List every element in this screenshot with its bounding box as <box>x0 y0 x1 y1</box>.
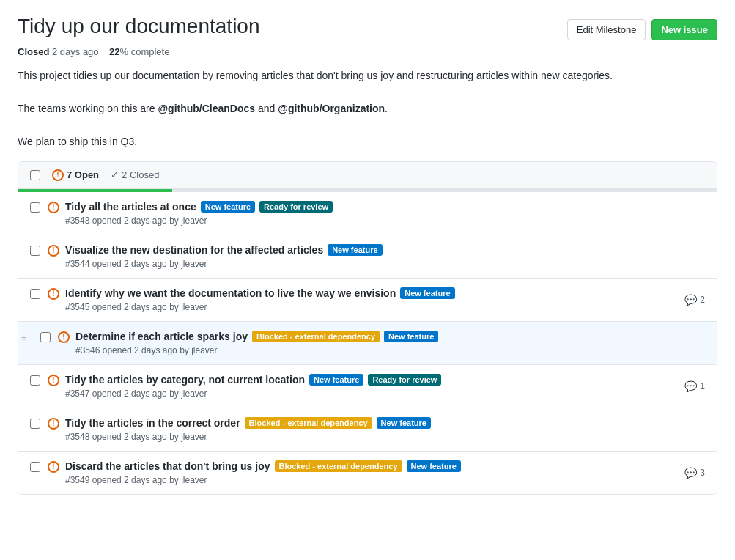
issue-meta: #3549 opened 2 days ago by jleaver <box>65 475 673 485</box>
new-issue-button[interactable]: New issue <box>651 19 717 40</box>
issue-content: Identify why we want the documentation t… <box>65 287 673 312</box>
issue-comments: 💬 3 <box>673 467 705 479</box>
issue-title[interactable]: Determine if each article sparks joy <box>75 331 248 342</box>
issue-meta: #3544 opened 2 days ago by jleaver <box>65 259 705 269</box>
issue-content: Discard the articles that don't bring us… <box>65 460 673 485</box>
label[interactable]: New feature <box>384 331 438 342</box>
label[interactable]: Blocked - external dependency <box>275 460 402 472</box>
edit-milestone-button[interactable]: Edit Milestone <box>567 19 646 40</box>
description-para3: We plan to ship this in Q3. <box>18 133 717 150</box>
comment-icon: 💬 <box>684 380 697 392</box>
issue-checkbox[interactable] <box>30 202 40 213</box>
issue-meta: #3548 opened 2 days ago by jleaver <box>65 432 705 442</box>
page-title: Tidy up our documentation <box>18 15 260 38</box>
issue-status-icon: ! <box>48 245 59 257</box>
issue-status-icon: ! <box>48 375 59 386</box>
open-count: ! 7 Open <box>52 169 99 181</box>
issue-checkbox[interactable] <box>30 462 40 472</box>
label[interactable]: New feature <box>377 417 431 429</box>
description-para1: This project tidies up our documentation… <box>18 67 717 84</box>
issue-checkbox[interactable] <box>30 419 40 429</box>
issue-title-row: Discard the articles that don't bring us… <box>65 460 673 472</box>
open-icon: ! <box>52 169 64 181</box>
issue-checkbox[interactable] <box>40 332 51 342</box>
issue-title[interactable]: Tidy the articles in the correct order <box>65 417 240 429</box>
comment-icon: 💬 <box>684 467 697 479</box>
issue-meta: #3543 opened 2 days ago by jleaver <box>65 215 705 226</box>
issue-status-icon: ! <box>48 288 59 300</box>
milestone-percent: 22 <box>109 46 119 57</box>
header-buttons: Edit Milestone New issue <box>567 19 717 40</box>
label[interactable]: New feature <box>407 460 461 472</box>
issues-header: ! 7 Open ✓ 2 Closed <box>18 162 717 189</box>
issue-content: Tidy the articles by category, not curre… <box>65 374 673 399</box>
issue-status-icon: ! <box>48 202 59 213</box>
table-row: ! Identify why we want the documentation… <box>18 279 717 322</box>
comment-count: 3 <box>700 468 705 478</box>
issue-content: Visualize the new destination for the af… <box>65 244 705 269</box>
comment-count: 2 <box>700 295 705 305</box>
label[interactable]: New feature <box>201 201 255 213</box>
issue-status-icon: ! <box>58 331 70 343</box>
issue-title[interactable]: Tidy all the articles at once <box>65 201 196 213</box>
issue-status-icon: ! <box>48 461 59 473</box>
issue-meta: #3545 opened 2 days ago by jleaver <box>65 302 673 312</box>
issue-status-icon: ! <box>48 418 59 430</box>
milestone-description: This project tidies up our documentation… <box>18 67 717 150</box>
label[interactable]: Ready for review <box>368 374 441 386</box>
issue-content: Tidy all the articles at once New featur… <box>65 201 705 226</box>
table-row: ≡ ! Determine if each article sparks joy… <box>18 322 717 365</box>
issue-title-row: Tidy all the articles at once New featur… <box>65 201 705 213</box>
table-row: ! Tidy the articles by category, not cur… <box>18 365 717 408</box>
issue-title-row: Tidy the articles by category, not curre… <box>65 374 673 386</box>
issue-title[interactable]: Visualize the new destination for the af… <box>65 244 323 256</box>
label[interactable]: New feature <box>309 374 363 386</box>
label[interactable]: Blocked - external dependency <box>245 417 372 429</box>
mention1: @github/CleanDocs <box>158 103 255 114</box>
description-para2: The teams working on this are @github/Cl… <box>18 100 717 117</box>
issue-title-row: Determine if each article sparks joy Blo… <box>75 331 705 342</box>
check-icon: ✓ <box>111 169 119 180</box>
table-row: ! Tidy the articles in the correct order… <box>18 408 717 452</box>
table-row: ! Tidy all the articles at once New feat… <box>18 192 717 235</box>
milestone-status: Closed <box>18 46 49 57</box>
issue-title-row: Identify why we want the documentation t… <box>65 287 673 299</box>
select-all-checkbox[interactable] <box>30 170 40 180</box>
issue-content: Tidy the articles in the correct order B… <box>65 417 705 442</box>
issues-box: ! 7 Open ✓ 2 Closed ! Tidy all the artic… <box>18 161 717 495</box>
page-header: Tidy up our documentation Edit Milestone… <box>18 15 717 40</box>
issue-title-row: Tidy the articles in the correct order B… <box>65 417 705 429</box>
issues-count: ! 7 Open ✓ 2 Closed <box>52 169 159 181</box>
label[interactable]: New feature <box>400 287 454 299</box>
comment-count: 1 <box>700 381 705 391</box>
drag-handle[interactable]: ≡ <box>21 332 27 343</box>
closed-count: ✓ 2 Closed <box>111 169 159 181</box>
issue-content: Determine if each article sparks joy Blo… <box>75 331 705 355</box>
table-row: ! Visualize the new destination for the … <box>18 235 717 279</box>
issue-meta: #3546 opened 2 days ago by jleaver <box>75 345 705 355</box>
label[interactable]: New feature <box>328 244 382 256</box>
comment-icon: 💬 <box>684 294 697 306</box>
milestone-time: 2 days ago <box>52 46 99 57</box>
issue-comments: 💬 2 <box>673 294 705 306</box>
issue-checkbox[interactable] <box>30 289 40 299</box>
issue-title[interactable]: Identify why we want the documentation t… <box>65 287 396 299</box>
milestone-meta: Closed 2 days ago 22% complete <box>18 46 717 57</box>
issue-title[interactable]: Discard the articles that don't bring us… <box>65 460 270 472</box>
issue-title[interactable]: Tidy the articles by category, not curre… <box>65 374 305 386</box>
issue-checkbox[interactable] <box>30 375 40 386</box>
mention2: @github/Organization <box>278 103 385 114</box>
issue-checkbox[interactable] <box>30 246 40 256</box>
table-row: ! Discard the articles that don't bring … <box>18 452 717 494</box>
issue-meta: #3547 opened 2 days ago by jleaver <box>65 388 673 399</box>
issue-title-row: Visualize the new destination for the af… <box>65 244 705 256</box>
issues-list: ! Tidy all the articles at once New feat… <box>18 192 717 494</box>
label[interactable]: Blocked - external dependency <box>252 331 380 342</box>
issue-comments: 💬 1 <box>673 380 705 392</box>
label[interactable]: Ready for review <box>259 201 333 213</box>
